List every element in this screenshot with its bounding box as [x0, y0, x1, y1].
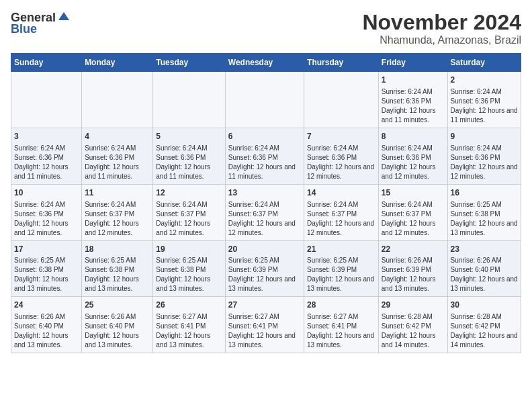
day-info: Daylight: 12 hours and 12 minutes. [382, 219, 445, 238]
day-info: Sunset: 6:37 PM [307, 210, 375, 219]
calendar-cell: 30Sunrise: 6:28 AMSunset: 6:42 PMDayligh… [447, 297, 521, 353]
day-info: Sunset: 6:37 PM [228, 210, 301, 219]
page-subtitle: Nhamunda, Amazonas, Brazil [362, 34, 521, 46]
calendar-cell: 8Sunrise: 6:24 AMSunset: 6:36 PMDaylight… [378, 128, 447, 184]
day-number: 26 [156, 300, 222, 311]
calendar-cell: 16Sunrise: 6:25 AMSunset: 6:38 PMDayligh… [447, 184, 521, 240]
day-info: Daylight: 12 hours and 13 minutes. [156, 275, 222, 293]
day-info: Sunset: 6:37 PM [85, 210, 150, 219]
day-info: Daylight: 12 hours and 13 minutes. [307, 331, 375, 350]
calendar-week-row: 17Sunrise: 6:25 AMSunset: 6:38 PMDayligh… [11, 240, 521, 297]
day-number: 17 [14, 244, 79, 255]
day-info: Sunset: 6:39 PM [228, 265, 301, 275]
calendar-cell [153, 72, 225, 128]
day-number: 8 [382, 131, 445, 142]
calendar-cell: 15Sunrise: 6:24 AMSunset: 6:37 PMDayligh… [378, 184, 447, 240]
day-info: Sunrise: 6:28 AM [382, 312, 445, 322]
calendar-cell: 29Sunrise: 6:28 AMSunset: 6:42 PMDayligh… [378, 297, 447, 353]
day-info: Daylight: 12 hours and 12 minutes. [451, 163, 518, 181]
calendar-cell [11, 72, 82, 128]
day-number: 14 [307, 187, 375, 199]
day-info: Daylight: 12 hours and 13 minutes. [14, 331, 79, 350]
day-number: 12 [156, 187, 222, 199]
day-info: Sunrise: 6:24 AM [307, 200, 375, 210]
day-info: Sunset: 6:36 PM [228, 153, 301, 163]
day-info: Sunset: 6:41 PM [307, 322, 375, 331]
day-info: Sunrise: 6:25 AM [228, 256, 301, 265]
logo: General Blue [11, 11, 71, 35]
calendar-cell: 23Sunrise: 6:26 AMSunset: 6:40 PMDayligh… [447, 240, 521, 297]
day-info: Sunrise: 6:25 AM [14, 256, 79, 265]
day-info: Sunset: 6:36 PM [382, 97, 445, 106]
page-title: November 2024 [362, 11, 521, 34]
calendar-header-row: SundayMondayTuesdayWednesdayThursdayFrid… [11, 54, 521, 72]
calendar-cell: 11Sunrise: 6:24 AMSunset: 6:37 PMDayligh… [82, 184, 153, 240]
calendar-cell: 14Sunrise: 6:24 AMSunset: 6:37 PMDayligh… [304, 184, 379, 240]
calendar-header-sunday: Sunday [11, 54, 82, 72]
day-info: Daylight: 12 hours and 13 minutes. [382, 275, 445, 293]
day-info: Sunset: 6:38 PM [14, 265, 79, 275]
day-info: Sunrise: 6:27 AM [307, 312, 375, 322]
day-info: Daylight: 12 hours and 13 minutes. [451, 275, 518, 293]
day-info: Sunrise: 6:26 AM [382, 256, 445, 265]
day-info: Sunrise: 6:28 AM [451, 312, 518, 322]
day-number: 5 [156, 131, 222, 142]
day-number: 9 [451, 131, 518, 142]
day-info: Daylight: 12 hours and 11 minutes. [14, 163, 79, 181]
svg-marker-0 [58, 12, 69, 20]
day-info: Daylight: 12 hours and 13 minutes. [14, 275, 79, 293]
day-number: 16 [451, 187, 518, 199]
calendar-week-row: 3Sunrise: 6:24 AMSunset: 6:36 PMDaylight… [11, 128, 521, 184]
day-info: Sunrise: 6:26 AM [451, 256, 518, 265]
day-info: Sunrise: 6:27 AM [228, 312, 301, 322]
calendar-cell: 26Sunrise: 6:27 AMSunset: 6:41 PMDayligh… [153, 297, 225, 353]
calendar-week-row: 10Sunrise: 6:24 AMSunset: 6:36 PMDayligh… [11, 184, 521, 240]
calendar-week-row: 1Sunrise: 6:24 AMSunset: 6:36 PMDaylight… [11, 72, 521, 128]
day-info: Sunrise: 6:24 AM [382, 87, 445, 97]
calendar-cell: 13Sunrise: 6:24 AMSunset: 6:37 PMDayligh… [225, 184, 304, 240]
day-info: Daylight: 12 hours and 13 minutes. [228, 331, 301, 350]
calendar-cell: 2Sunrise: 6:24 AMSunset: 6:36 PMDaylight… [447, 72, 521, 128]
calendar-cell: 19Sunrise: 6:25 AMSunset: 6:38 PMDayligh… [153, 240, 225, 297]
day-info: Sunrise: 6:24 AM [14, 200, 79, 210]
day-info: Sunset: 6:40 PM [85, 322, 150, 331]
page-header: General Blue November 2024 Nhamunda, Ama… [11, 11, 521, 46]
calendar-cell: 17Sunrise: 6:25 AMSunset: 6:38 PMDayligh… [11, 240, 82, 297]
day-info: Sunrise: 6:25 AM [85, 256, 150, 265]
day-info: Daylight: 12 hours and 12 minutes. [307, 163, 375, 181]
day-info: Sunset: 6:39 PM [307, 265, 375, 275]
day-info: Sunset: 6:38 PM [156, 265, 222, 275]
day-info: Sunrise: 6:24 AM [85, 144, 150, 153]
calendar-week-row: 24Sunrise: 6:26 AMSunset: 6:40 PMDayligh… [11, 297, 521, 353]
logo-icon [57, 11, 71, 24]
day-info: Daylight: 12 hours and 13 minutes. [156, 331, 222, 350]
calendar-cell: 3Sunrise: 6:24 AMSunset: 6:36 PMDaylight… [11, 128, 82, 184]
calendar-cell: 28Sunrise: 6:27 AMSunset: 6:41 PMDayligh… [304, 297, 379, 353]
calendar-table: SundayMondayTuesdayWednesdayThursdayFrid… [11, 53, 521, 353]
day-info: Sunrise: 6:24 AM [85, 200, 150, 210]
calendar-cell: 10Sunrise: 6:24 AMSunset: 6:36 PMDayligh… [11, 184, 82, 240]
calendar-cell: 7Sunrise: 6:24 AMSunset: 6:36 PMDaylight… [304, 128, 379, 184]
day-info: Sunset: 6:41 PM [228, 322, 301, 331]
day-number: 10 [14, 187, 79, 199]
day-info: Sunset: 6:36 PM [156, 153, 222, 163]
day-info: Sunrise: 6:24 AM [382, 200, 445, 210]
day-info: Sunrise: 6:24 AM [14, 144, 79, 153]
day-info: Daylight: 12 hours and 13 minutes. [307, 275, 375, 293]
day-info: Sunset: 6:40 PM [451, 265, 518, 275]
day-info: Daylight: 12 hours and 14 minutes. [451, 331, 518, 350]
day-info: Sunrise: 6:27 AM [156, 312, 222, 322]
calendar-cell: 22Sunrise: 6:26 AMSunset: 6:39 PMDayligh… [378, 240, 447, 297]
day-info: Sunset: 6:40 PM [14, 322, 79, 331]
day-info: Sunrise: 6:24 AM [382, 144, 445, 153]
day-info: Daylight: 12 hours and 12 minutes. [228, 219, 301, 238]
day-info: Sunset: 6:37 PM [382, 210, 445, 219]
calendar-cell: 12Sunrise: 6:24 AMSunset: 6:37 PMDayligh… [153, 184, 225, 240]
day-info: Sunrise: 6:26 AM [85, 312, 150, 322]
day-number: 19 [156, 244, 222, 255]
day-number: 28 [307, 300, 375, 311]
day-number: 6 [228, 131, 301, 142]
day-number: 15 [382, 187, 445, 199]
day-number: 2 [451, 75, 518, 86]
day-info: Daylight: 12 hours and 11 minutes. [85, 163, 150, 181]
